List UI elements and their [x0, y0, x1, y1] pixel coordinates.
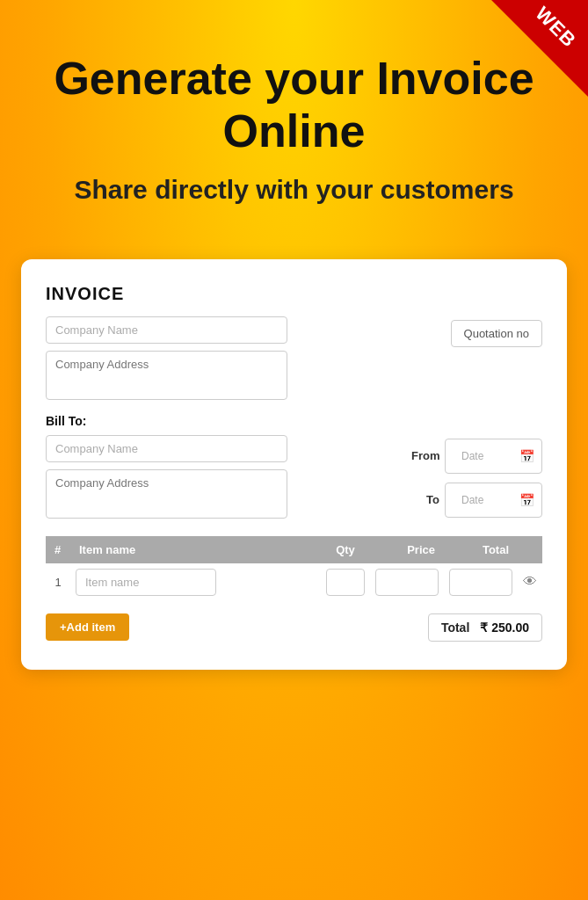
bill-to-label: Bill To: — [46, 414, 542, 428]
total-label: Total — [441, 621, 469, 635]
invoice-label: INVOICE — [46, 284, 542, 304]
col-header-num: # — [46, 536, 70, 563]
row-number: 1 — [46, 563, 70, 601]
calendar-icon-from: 📅 — [519, 449, 534, 463]
total-input[interactable]: 250.00 — [449, 569, 512, 596]
invoice-top-section: Quotation no — [46, 316, 542, 400]
items-table: # Item name Qty Price Total 1 1 250.00 — [46, 536, 542, 601]
total-amount: ₹ 250.00 — [480, 621, 529, 635]
row-qty-cell: 1 — [321, 563, 370, 601]
row-eye-cell: 👁 — [518, 563, 542, 601]
calendar-icon-to: 📅 — [519, 493, 534, 507]
from-company-name-input[interactable] — [46, 316, 287, 344]
col-header-qty: Qty — [321, 536, 370, 563]
row-total-cell: 250.00 — [444, 563, 518, 601]
from-date-row: From 📅 — [411, 439, 542, 474]
row-price-cell: 250.00 — [370, 563, 444, 601]
bill-to-company-name-input[interactable] — [46, 435, 287, 462]
col-header-item: Item name — [70, 536, 321, 563]
col-header-price: Price — [370, 536, 444, 563]
quotation-button[interactable]: Quotation no — [451, 320, 542, 347]
bill-to-fields — [46, 435, 394, 519]
total-row: Total ₹ 250.00 — [428, 613, 542, 642]
from-company-fields — [46, 316, 433, 400]
web-badge-text: WEB — [530, 3, 580, 53]
invoice-bottom: +Add item Total ₹ 250.00 — [46, 613, 542, 642]
add-item-button[interactable]: +Add item — [46, 613, 129, 641]
to-date-input-wrapper: 📅 — [445, 483, 542, 518]
from-date-input[interactable] — [453, 444, 514, 468]
to-date-input[interactable] — [453, 488, 514, 512]
bill-to-section: From 📅 To 📅 — [46, 435, 542, 519]
price-input[interactable]: 250.00 — [375, 569, 439, 596]
eye-icon[interactable]: 👁 — [523, 574, 537, 589]
bill-to-company-address-input[interactable] — [46, 469, 287, 519]
from-date-input-wrapper: 📅 — [445, 439, 542, 474]
invoice-card: INVOICE Quotation no Bill To: From 📅 To — [21, 259, 567, 670]
hero-title: Generate your Invoice Online — [35, 53, 553, 158]
hero-section: Generate your Invoice Online Share direc… — [0, 0, 588, 242]
to-label: To — [411, 493, 439, 506]
from-label: From — [411, 449, 439, 462]
date-section: From 📅 To 📅 — [411, 435, 542, 518]
qty-input[interactable]: 1 — [326, 569, 365, 596]
item-name-input[interactable] — [76, 569, 216, 596]
from-company-address-input[interactable] — [46, 351, 287, 400]
to-date-row: To 📅 — [411, 483, 542, 518]
col-header-action — [518, 536, 542, 563]
row-item-cell — [70, 563, 321, 601]
hero-subtitle: Share directly with your customers — [35, 172, 553, 207]
col-header-total: Total — [444, 536, 518, 563]
table-row: 1 1 250.00 250.00 👁 — [46, 563, 542, 601]
